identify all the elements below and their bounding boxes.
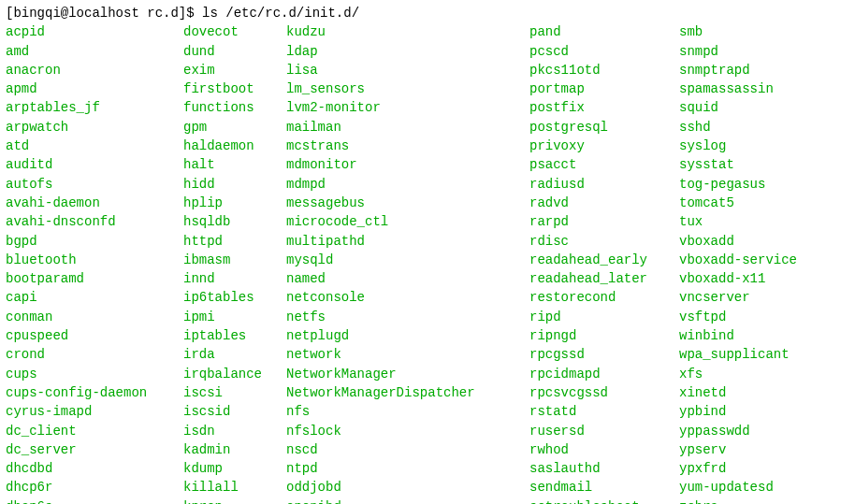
- file-entry: nfslock: [286, 422, 529, 440]
- file-entry: netfs: [286, 308, 529, 326]
- file-entry: hidd: [183, 175, 286, 194]
- file-entry: cyrus-imapd: [6, 402, 183, 421]
- file-entry: snmpd: [679, 42, 797, 61]
- file-entry: xfs: [679, 365, 797, 383]
- file-entry: dhcp6r: [6, 478, 183, 497]
- file-entry: xinetd: [679, 383, 797, 402]
- file-entry: ldap: [286, 42, 529, 61]
- file-entry: rpcgssd: [529, 345, 679, 364]
- file-entry: mdmpd: [286, 175, 529, 194]
- file-entry: dc_server: [6, 440, 183, 459]
- file-entry: saslauthd: [529, 459, 679, 478]
- file-entry: ripd: [529, 308, 679, 326]
- file-entry: messagebus: [286, 194, 529, 212]
- file-entry: openibd: [286, 497, 529, 504]
- file-entry: mcstrans: [286, 137, 529, 155]
- file-entry: named: [286, 269, 529, 288]
- file-entry: kudzu: [286, 22, 529, 41]
- file-entry: dc_client: [6, 422, 183, 440]
- file-entry: ip6tables: [183, 288, 286, 307]
- file-entry: gpm: [183, 118, 286, 137]
- file-entry: zebra: [679, 497, 797, 504]
- file-entry: iscsid: [183, 402, 286, 421]
- file-entry: privoxy: [529, 137, 679, 155]
- file-entry: rstatd: [529, 402, 679, 421]
- file-entry: microcode_ctl: [286, 212, 529, 231]
- file-entry: psacct: [529, 155, 679, 174]
- file-entry: hsqldb: [183, 212, 286, 231]
- file-entry: httpd: [183, 232, 286, 251]
- file-entry: NetworkManagerDispatcher: [286, 383, 529, 402]
- listing-column-4: pandpcscdpkcs11otdportmappostfixpostgres…: [529, 22, 679, 504]
- file-entry: avahi-daemon: [6, 194, 183, 212]
- file-entry: ripngd: [529, 326, 679, 345]
- file-entry: smb: [679, 22, 797, 41]
- file-entry: irda: [183, 345, 286, 364]
- file-entry: bgpd: [6, 232, 183, 251]
- file-entry: irqbalance: [183, 365, 286, 383]
- file-entry: netplugd: [286, 326, 529, 345]
- file-entry: kadmin: [183, 440, 286, 459]
- file-entry: avahi-dnsconfd: [6, 212, 183, 231]
- file-entry: oddjobd: [286, 478, 529, 497]
- file-entry: lvm2-monitor: [286, 98, 529, 117]
- file-entry: vncserver: [679, 288, 797, 307]
- file-entry: vboxadd: [679, 232, 797, 251]
- file-entry: multipathd: [286, 232, 529, 251]
- file-entry: conman: [6, 308, 183, 326]
- file-entry: ypbind: [679, 402, 797, 421]
- file-entry: portmap: [529, 79, 679, 98]
- listing-column-5: smbsnmpdsnmptrapdspamassassinsquidsshdsy…: [679, 22, 797, 504]
- file-entry: bluetooth: [6, 251, 183, 269]
- file-entry: yppasswdd: [679, 422, 797, 440]
- file-entry: halt: [183, 155, 286, 174]
- file-entry: postfix: [529, 98, 679, 117]
- file-entry: haldaemon: [183, 137, 286, 155]
- file-entry: iscsi: [183, 383, 286, 402]
- file-entry: readahead_later: [529, 269, 679, 288]
- file-entry: cpuspeed: [6, 326, 183, 345]
- file-entry: nscd: [286, 440, 529, 459]
- file-entry: rpcsvcgssd: [529, 383, 679, 402]
- file-entry: NetworkManager: [286, 365, 529, 383]
- file-entry: mdmonitor: [286, 155, 529, 174]
- file-entry: readahead_early: [529, 251, 679, 269]
- shell-prompt: [bingqi@localhost rc.d]$ ls /etc/rc.d/in…: [6, 4, 849, 22]
- file-entry: bootparamd: [6, 269, 183, 288]
- file-entry: ipmi: [183, 308, 286, 326]
- file-entry: arpwatch: [6, 118, 183, 137]
- file-entry: radiusd: [529, 175, 679, 194]
- listing-column-1: acpidamdanacronapmdarptables_jfarpwatcha…: [6, 22, 183, 504]
- file-entry: pcscd: [529, 42, 679, 61]
- file-entry: crond: [6, 345, 183, 364]
- directory-listing: acpidamdanacronapmdarptables_jfarpwatcha…: [6, 22, 849, 504]
- file-entry: apmd: [6, 79, 183, 98]
- file-entry: firstboot: [183, 79, 286, 98]
- file-entry: kdump: [183, 459, 286, 478]
- file-entry: dhcdbd: [6, 459, 183, 478]
- file-entry: mysqld: [286, 251, 529, 269]
- file-entry: postgresql: [529, 118, 679, 137]
- file-entry: squid: [679, 98, 797, 117]
- file-entry: vsftpd: [679, 308, 797, 326]
- file-entry: exim: [183, 61, 286, 79]
- file-entry: dovecot: [183, 22, 286, 41]
- file-entry: killall: [183, 478, 286, 497]
- file-entry: wpa_supplicant: [679, 345, 797, 364]
- file-entry: tog-pegasus: [679, 175, 797, 194]
- file-entry: lisa: [286, 61, 529, 79]
- file-entry: dhcp6s: [6, 497, 183, 504]
- file-entry: network: [286, 345, 529, 364]
- file-entry: anacron: [6, 61, 183, 79]
- file-entry: spamassassin: [679, 79, 797, 98]
- file-entry: tomcat5: [679, 194, 797, 212]
- file-entry: ntpd: [286, 459, 529, 478]
- file-entry: hplip: [183, 194, 286, 212]
- file-entry: mailman: [286, 118, 529, 137]
- file-entry: winbind: [679, 326, 797, 345]
- file-entry: yum-updatesd: [679, 478, 797, 497]
- file-entry: syslog: [679, 137, 797, 155]
- file-entry: sendmail: [529, 478, 679, 497]
- file-entry: functions: [183, 98, 286, 117]
- file-entry: rwhod: [529, 440, 679, 459]
